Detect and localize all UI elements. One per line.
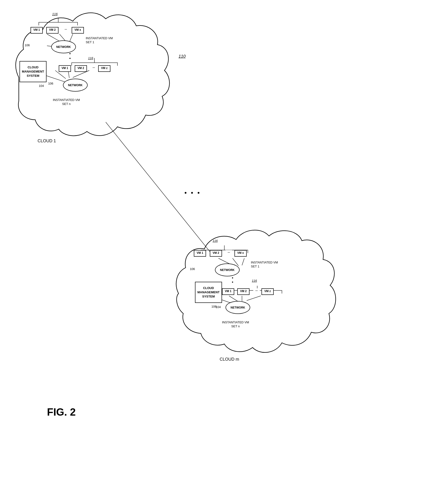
inst-vm-setn-label-cloudm: INSTANTIATED VMSET n (222, 320, 249, 328)
network-ellipse-cloud1-setn: NETWORK (63, 79, 88, 92)
vm-box-cloud1-setn-vm1: VM 1 (59, 65, 71, 72)
svg-line-3 (45, 75, 66, 82)
ref-110: 110 (178, 54, 186, 59)
vm-dots-cloud1-set1: ··· (62, 27, 69, 33)
vm-box-cloud1-setn-vm2: VM 2 (75, 65, 87, 72)
svg-text:•: • (232, 280, 233, 285)
ref-106-cloudm-set1: 106 (190, 267, 195, 271)
fig-label: FIG. 2 (47, 406, 76, 418)
ref-104-cloud1: 104 (39, 84, 44, 87)
ref-116-cloud1-set1: 116 (52, 12, 58, 16)
svg-line-6 (69, 34, 73, 42)
ref-106-cloudm-setn: 106 (211, 305, 217, 308)
ref-116-cloudm-set1: 116 (213, 239, 218, 243)
cloudm-label: CLOUD m (220, 357, 239, 362)
ref-106-cloud1-set1: 106 (25, 43, 30, 47)
vm-box-cloud1-setn-vmz: VM z (98, 65, 110, 72)
vm-box-cloudm-set1-vm2: VM 2 (210, 250, 222, 257)
vm-box-cloudm-set1-vm1: VM 1 (194, 250, 206, 257)
ref-116-cloud1-setn: 116 (88, 56, 93, 60)
vm-dots-cloudm-setn: ··· (253, 288, 260, 295)
cloud1-label: CLOUD 1 (38, 139, 56, 143)
network-ellipse-cloudm-setn: NETWORK (225, 301, 250, 314)
network-ellipse-cloudm-set1: NETWORK (215, 263, 240, 276)
vm-box-cloudm-setn-vm2: VM 2 (237, 288, 250, 295)
vm-box-cloud1-set1-vm2: VM 2 (46, 27, 59, 33)
network-ellipse-cloud1-set1: NETWORK (51, 40, 76, 53)
inst-vm-set1-label-cloudm: INSTANTIATED VMSET 1 (251, 261, 278, 269)
vm-box-cloudm-set1-vmx: VM x (234, 250, 247, 257)
cms-box-cloudm: CLOUDMANAGEMENTSYSTEM (195, 282, 222, 303)
svg-text:• • •: • • • (184, 189, 201, 196)
vm-box-cloudm-setn-vm1: VM 1 (222, 288, 234, 295)
vm-dots-cloud1-setn: ··· (90, 65, 97, 72)
vm-box-cloud1-set1-vmx: VM x (72, 27, 84, 33)
diagram-container: • • • • • • • 116 VM 1 VM 2 ··· VM x INS… (0, 0, 448, 479)
svg-line-20 (247, 296, 261, 300)
svg-line-10 (106, 122, 211, 253)
ref-106-cloud1-setn: 106 (48, 82, 53, 85)
svg-text:•: • (232, 276, 233, 280)
inst-vm-set1-label-cloud1: INSTANTIATED VMSET 1 (86, 36, 113, 44)
vm-dots-cloudm-set1: ··· (225, 250, 232, 257)
vm-box-cloudm-setn-vmz: VM z (261, 288, 274, 295)
cms-box-cloud1: CLOUDMANAGEMENTSYSTEM (20, 61, 47, 82)
ref-116-cloudm-setn: 116 (252, 279, 257, 282)
vm-box-cloud1-set1-vm1: VM 1 (31, 27, 43, 33)
svg-line-17 (242, 258, 244, 265)
inst-vm-setn-label-cloud1: INSTANTIATED VMSET n (53, 98, 80, 106)
svg-text:•: • (69, 56, 71, 61)
